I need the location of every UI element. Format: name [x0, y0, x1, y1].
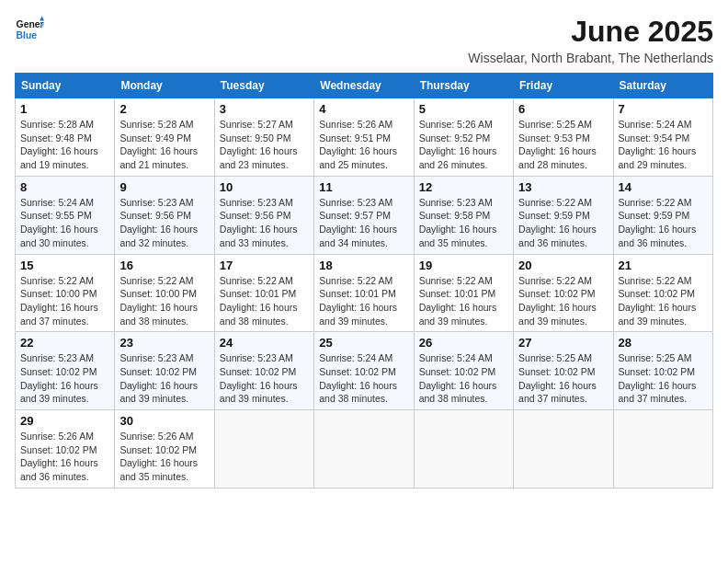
day-number: 20 — [518, 259, 608, 272]
calendar-cell — [414, 410, 513, 488]
calendar-cell: 10Sunrise: 5:23 AMSunset: 9:56 PMDayligh… — [214, 176, 313, 254]
day-info: Sunrise: 5:22 AMSunset: 10:02 PMDaylight… — [619, 274, 708, 328]
day-info: Sunrise: 5:26 AMSunset: 9:52 PMDaylight:… — [419, 118, 508, 172]
day-info: Sunrise: 5:22 AMSunset: 10:00 PMDaylight… — [20, 274, 109, 328]
calendar-cell: 14Sunrise: 5:22 AMSunset: 9:59 PMDayligh… — [613, 176, 712, 254]
svg-text:Blue: Blue — [17, 30, 38, 40]
day-number: 11 — [319, 180, 408, 194]
day-number: 21 — [619, 259, 708, 272]
calendar-cell: 23Sunrise: 5:23 AMSunset: 10:02 PMDaylig… — [115, 332, 214, 410]
weekday-header-monday: Monday — [115, 74, 214, 98]
calendar-cell: 28Sunrise: 5:25 AMSunset: 10:02 PMDaylig… — [613, 332, 712, 410]
day-info: Sunrise: 5:22 AMSunset: 10:01 PMDaylight… — [319, 274, 408, 328]
day-info: Sunrise: 5:27 AMSunset: 9:50 PMDaylight:… — [220, 118, 309, 172]
day-info: Sunrise: 5:28 AMSunset: 9:49 PMDaylight:… — [119, 118, 209, 172]
title-block: June 2025 Wisselaar, North Brabant, The … — [468, 15, 713, 65]
week-row-1: 1Sunrise: 5:28 AMSunset: 9:48 PMDaylight… — [16, 98, 713, 177]
calendar-table: SundayMondayTuesdayWednesdayThursdayFrid… — [15, 73, 713, 488]
day-number: 15 — [20, 259, 109, 272]
calendar-cell: 18Sunrise: 5:22 AMSunset: 10:01 PMDaylig… — [314, 254, 414, 332]
page-header: General Blue June 2025 Wisselaar, North … — [15, 15, 713, 65]
weekday-header-sunday: Sunday — [16, 74, 115, 98]
calendar-cell: 29Sunrise: 5:26 AMSunset: 10:02 PMDaylig… — [16, 410, 115, 488]
day-number: 18 — [319, 259, 408, 272]
day-info: Sunrise: 5:23 AMSunset: 9:56 PMDaylight:… — [119, 196, 209, 250]
calendar-cell — [314, 410, 414, 488]
calendar-cell: 1Sunrise: 5:28 AMSunset: 9:48 PMDaylight… — [16, 98, 115, 177]
calendar-cell: 15Sunrise: 5:22 AMSunset: 10:00 PMDaylig… — [16, 254, 115, 332]
calendar-cell: 21Sunrise: 5:22 AMSunset: 10:02 PMDaylig… — [613, 254, 712, 332]
day-number: 12 — [419, 180, 508, 194]
day-number: 2 — [119, 102, 209, 116]
day-number: 7 — [619, 102, 708, 116]
calendar-cell: 9Sunrise: 5:23 AMSunset: 9:56 PMDaylight… — [115, 176, 214, 254]
calendar-cell: 3Sunrise: 5:27 AMSunset: 9:50 PMDaylight… — [214, 98, 313, 177]
month-title: June 2025 — [468, 15, 713, 49]
weekday-header-tuesday: Tuesday — [214, 74, 313, 98]
day-info: Sunrise: 5:23 AMSunset: 9:57 PMDaylight:… — [319, 196, 408, 250]
calendar-cell: 7Sunrise: 5:24 AMSunset: 9:54 PMDaylight… — [613, 98, 712, 177]
day-number: 1 — [20, 102, 109, 116]
day-info: Sunrise: 5:24 AMSunset: 9:55 PMDaylight:… — [20, 196, 109, 250]
day-info: Sunrise: 5:26 AMSunset: 9:51 PMDaylight:… — [319, 118, 408, 172]
day-number: 14 — [619, 180, 708, 194]
calendar-cell: 26Sunrise: 5:24 AMSunset: 10:02 PMDaylig… — [414, 332, 513, 410]
calendar-cell: 30Sunrise: 5:26 AMSunset: 10:02 PMDaylig… — [115, 410, 214, 488]
day-info: Sunrise: 5:23 AMSunset: 9:58 PMDaylight:… — [419, 196, 508, 250]
day-number: 30 — [119, 414, 209, 428]
day-info: Sunrise: 5:23 AMSunset: 10:02 PMDaylight… — [220, 351, 309, 406]
day-number: 19 — [419, 259, 508, 272]
day-info: Sunrise: 5:22 AMSunset: 9:59 PMDaylight:… — [518, 196, 608, 250]
weekday-header-saturday: Saturday — [613, 74, 712, 98]
calendar-cell: 25Sunrise: 5:24 AMSunset: 10:02 PMDaylig… — [314, 332, 414, 410]
day-info: Sunrise: 5:23 AMSunset: 10:02 PMDaylight… — [20, 351, 109, 406]
day-number: 10 — [220, 180, 309, 194]
day-info: Sunrise: 5:26 AMSunset: 10:02 PMDaylight… — [119, 430, 209, 484]
day-number: 23 — [119, 336, 209, 350]
day-info: Sunrise: 5:25 AMSunset: 10:02 PMDaylight… — [619, 351, 708, 406]
day-number: 25 — [319, 336, 408, 350]
calendar-cell: 6Sunrise: 5:25 AMSunset: 9:53 PMDaylight… — [514, 98, 613, 177]
calendar-cell: 2Sunrise: 5:28 AMSunset: 9:49 PMDaylight… — [115, 98, 214, 177]
day-number: 9 — [119, 180, 209, 194]
calendar-cell: 8Sunrise: 5:24 AMSunset: 9:55 PMDaylight… — [16, 176, 115, 254]
day-info: Sunrise: 5:22 AMSunset: 10:01 PMDaylight… — [220, 274, 309, 328]
day-info: Sunrise: 5:22 AMSunset: 10:00 PMDaylight… — [119, 274, 209, 328]
calendar-cell: 13Sunrise: 5:22 AMSunset: 9:59 PMDayligh… — [514, 176, 613, 254]
calendar-cell: 19Sunrise: 5:22 AMSunset: 10:01 PMDaylig… — [414, 254, 513, 332]
calendar-cell: 12Sunrise: 5:23 AMSunset: 9:58 PMDayligh… — [414, 176, 513, 254]
calendar-cell: 11Sunrise: 5:23 AMSunset: 9:57 PMDayligh… — [314, 176, 414, 254]
day-number: 22 — [20, 336, 109, 350]
day-number: 28 — [619, 336, 708, 350]
day-number: 26 — [419, 336, 508, 350]
svg-text:General: General — [17, 19, 44, 29]
calendar-cell — [613, 410, 712, 488]
day-number: 29 — [20, 414, 109, 428]
day-info: Sunrise: 5:28 AMSunset: 9:48 PMDaylight:… — [20, 118, 109, 172]
day-info: Sunrise: 5:25 AMSunset: 10:02 PMDaylight… — [518, 351, 608, 406]
calendar-cell: 22Sunrise: 5:23 AMSunset: 10:02 PMDaylig… — [16, 332, 115, 410]
day-info: Sunrise: 5:24 AMSunset: 9:54 PMDaylight:… — [619, 118, 708, 172]
calendar-cell: 17Sunrise: 5:22 AMSunset: 10:01 PMDaylig… — [214, 254, 313, 332]
day-info: Sunrise: 5:25 AMSunset: 9:53 PMDaylight:… — [518, 118, 608, 172]
day-number: 13 — [518, 180, 608, 194]
day-number: 27 — [518, 336, 608, 350]
calendar-cell — [514, 410, 613, 488]
logo: General Blue — [15, 15, 44, 44]
logo-icon: General Blue — [15, 15, 44, 44]
day-info: Sunrise: 5:23 AMSunset: 9:56 PMDaylight:… — [220, 196, 309, 250]
weekday-header-row: SundayMondayTuesdayWednesdayThursdayFrid… — [16, 74, 713, 98]
calendar-cell: 27Sunrise: 5:25 AMSunset: 10:02 PMDaylig… — [514, 332, 613, 410]
day-info: Sunrise: 5:22 AMSunset: 10:01 PMDaylight… — [419, 274, 508, 328]
week-row-2: 8Sunrise: 5:24 AMSunset: 9:55 PMDaylight… — [16, 176, 713, 254]
calendar-cell — [214, 410, 313, 488]
week-row-5: 29Sunrise: 5:26 AMSunset: 10:02 PMDaylig… — [16, 410, 713, 488]
day-info: Sunrise: 5:24 AMSunset: 10:02 PMDaylight… — [419, 351, 508, 406]
svg-marker-2 — [40, 17, 44, 21]
weekday-header-friday: Friday — [514, 74, 613, 98]
day-info: Sunrise: 5:24 AMSunset: 10:02 PMDaylight… — [319, 351, 408, 406]
calendar-cell: 24Sunrise: 5:23 AMSunset: 10:02 PMDaylig… — [214, 332, 313, 410]
day-number: 5 — [419, 102, 508, 116]
week-row-4: 22Sunrise: 5:23 AMSunset: 10:02 PMDaylig… — [16, 332, 713, 410]
weekday-header-thursday: Thursday — [414, 74, 513, 98]
